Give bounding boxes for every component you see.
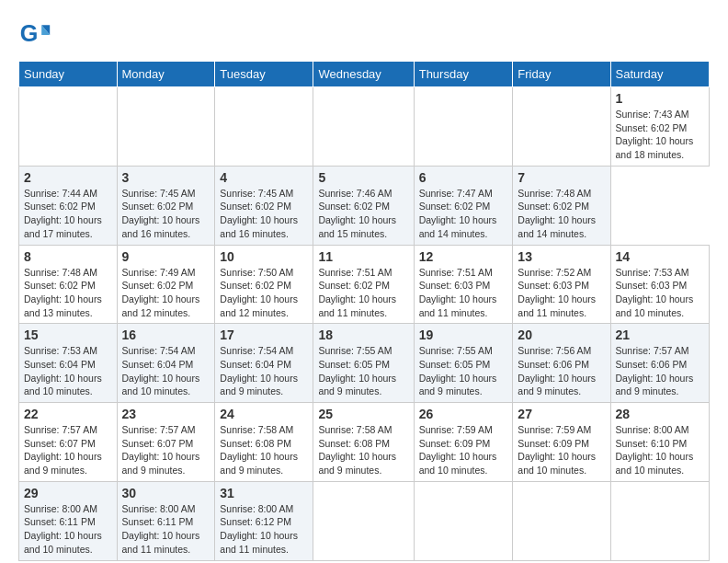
- day-info: Sunrise: 7:51 AMSunset: 6:02 PMDaylight:…: [318, 266, 408, 320]
- calendar-cell: 17Sunrise: 7:54 AMSunset: 6:04 PMDayligh…: [215, 324, 313, 403]
- day-number: 30: [122, 486, 210, 500]
- logo: G: [18, 18, 55, 52]
- day-info: Sunrise: 7:51 AMSunset: 6:03 PMDaylight:…: [419, 266, 508, 320]
- logo-icon: G: [18, 18, 51, 52]
- day-info: Sunrise: 8:00 AMSunset: 6:10 PMDaylight:…: [616, 423, 704, 477]
- calendar-week-row: 15Sunrise: 7:53 AMSunset: 6:04 PMDayligh…: [19, 324, 710, 403]
- day-number: 21: [616, 327, 704, 342]
- calendar-cell: [414, 87, 513, 167]
- day-number: 23: [122, 407, 210, 421]
- calendar-cell: 21Sunrise: 7:57 AMSunset: 6:06 PMDayligh…: [610, 324, 709, 403]
- header-wednesday: Wednesday: [313, 62, 414, 87]
- day-info: Sunrise: 7:58 AMSunset: 6:08 PMDaylight:…: [318, 423, 408, 477]
- day-info: Sunrise: 7:55 AMSunset: 6:05 PMDaylight:…: [419, 344, 508, 398]
- day-number: 10: [220, 249, 308, 264]
- day-info: Sunrise: 7:59 AMSunset: 6:09 PMDaylight:…: [419, 423, 508, 477]
- header-saturday: Saturday: [610, 62, 709, 87]
- day-info: Sunrise: 7:47 AMSunset: 6:02 PMDaylight:…: [419, 187, 508, 241]
- calendar-cell: 23Sunrise: 7:57 AMSunset: 6:07 PMDayligh…: [117, 403, 215, 482]
- day-info: Sunrise: 7:55 AMSunset: 6:05 PMDaylight:…: [318, 344, 408, 398]
- day-info: Sunrise: 7:58 AMSunset: 6:08 PMDaylight:…: [220, 423, 308, 477]
- day-info: Sunrise: 7:53 AMSunset: 6:04 PMDaylight:…: [24, 344, 112, 398]
- day-number: 29: [24, 486, 112, 500]
- calendar-week-row: 1Sunrise: 7:43 AMSunset: 6:02 PMDaylight…: [19, 87, 710, 167]
- calendar-cell: [610, 481, 709, 560]
- day-info: Sunrise: 7:59 AMSunset: 6:09 PMDaylight:…: [518, 423, 605, 477]
- calendar-cell: 4Sunrise: 7:45 AMSunset: 6:02 PMDaylight…: [215, 166, 313, 245]
- day-info: Sunrise: 7:50 AMSunset: 6:02 PMDaylight:…: [220, 266, 308, 320]
- day-info: Sunrise: 7:53 AMSunset: 6:03 PMDaylight:…: [616, 266, 704, 320]
- day-info: Sunrise: 7:48 AMSunset: 6:02 PMDaylight:…: [24, 266, 112, 320]
- calendar-cell: 15Sunrise: 7:53 AMSunset: 6:04 PMDayligh…: [19, 324, 118, 403]
- day-number: 1: [616, 91, 704, 106]
- calendar-cell: 12Sunrise: 7:51 AMSunset: 6:03 PMDayligh…: [414, 245, 513, 324]
- day-info: Sunrise: 8:00 AMSunset: 6:12 PMDaylight:…: [220, 502, 308, 557]
- day-number: 2: [24, 170, 112, 185]
- day-number: 19: [419, 327, 508, 342]
- calendar-cell: 19Sunrise: 7:55 AMSunset: 6:05 PMDayligh…: [414, 324, 513, 403]
- calendar-cell: 10Sunrise: 7:50 AMSunset: 6:02 PMDayligh…: [215, 245, 313, 324]
- day-info: Sunrise: 8:00 AMSunset: 6:11 PMDaylight:…: [24, 502, 112, 557]
- calendar-header-row: SundayMondayTuesdayWednesdayThursdayFrid…: [19, 62, 710, 87]
- day-info: Sunrise: 7:49 AMSunset: 6:02 PMDaylight:…: [122, 266, 210, 320]
- calendar-cell: 5Sunrise: 7:46 AMSunset: 6:02 PMDaylight…: [313, 166, 414, 245]
- calendar-cell: 28Sunrise: 8:00 AMSunset: 6:10 PMDayligh…: [610, 403, 709, 482]
- calendar-cell: 22Sunrise: 7:57 AMSunset: 6:07 PMDayligh…: [19, 403, 118, 482]
- day-info: Sunrise: 7:56 AMSunset: 6:06 PMDaylight:…: [518, 344, 605, 398]
- day-number: 31: [220, 486, 308, 500]
- day-info: Sunrise: 7:45 AMSunset: 6:02 PMDaylight:…: [122, 187, 210, 241]
- day-info: Sunrise: 7:46 AMSunset: 6:02 PMDaylight:…: [318, 187, 408, 241]
- day-info: Sunrise: 7:43 AMSunset: 6:02 PMDaylight:…: [616, 108, 704, 162]
- day-info: Sunrise: 7:54 AMSunset: 6:04 PMDaylight:…: [122, 344, 210, 398]
- day-number: 26: [419, 407, 508, 421]
- calendar-cell: [313, 87, 414, 167]
- day-number: 15: [24, 327, 112, 342]
- calendar-cell: 11Sunrise: 7:51 AMSunset: 6:02 PMDayligh…: [313, 245, 414, 324]
- calendar-cell: 7Sunrise: 7:48 AMSunset: 6:02 PMDaylight…: [513, 166, 610, 245]
- header-monday: Monday: [117, 62, 215, 87]
- calendar-cell: 8Sunrise: 7:48 AMSunset: 6:02 PMDaylight…: [19, 245, 118, 324]
- day-number: 5: [318, 170, 408, 185]
- day-info: Sunrise: 7:52 AMSunset: 6:03 PMDaylight:…: [518, 266, 605, 320]
- calendar-cell: 2Sunrise: 7:44 AMSunset: 6:02 PMDaylight…: [19, 166, 118, 245]
- calendar-cell: 3Sunrise: 7:45 AMSunset: 6:02 PMDaylight…: [117, 166, 215, 245]
- day-number: 18: [318, 327, 408, 342]
- calendar-cell: 27Sunrise: 7:59 AMSunset: 6:09 PMDayligh…: [513, 403, 610, 482]
- header-friday: Friday: [513, 62, 610, 87]
- day-number: 9: [122, 249, 210, 264]
- day-number: 17: [220, 327, 308, 342]
- day-number: 22: [24, 407, 112, 421]
- day-number: 28: [616, 407, 704, 421]
- calendar-cell: [513, 87, 610, 167]
- calendar-cell: 6Sunrise: 7:47 AMSunset: 6:02 PMDaylight…: [414, 166, 513, 245]
- day-number: 11: [318, 249, 408, 264]
- day-number: 7: [518, 170, 605, 185]
- day-number: 3: [122, 170, 210, 185]
- day-info: Sunrise: 7:57 AMSunset: 6:07 PMDaylight:…: [24, 423, 112, 477]
- day-number: 14: [616, 249, 704, 264]
- calendar-cell: 30Sunrise: 8:00 AMSunset: 6:11 PMDayligh…: [117, 481, 215, 560]
- day-number: 12: [419, 249, 508, 264]
- calendar-cell: 29Sunrise: 8:00 AMSunset: 6:11 PMDayligh…: [19, 481, 118, 560]
- calendar-cell: [117, 87, 215, 167]
- day-info: Sunrise: 7:54 AMSunset: 6:04 PMDaylight:…: [220, 344, 308, 398]
- calendar-cell: 31Sunrise: 8:00 AMSunset: 6:12 PMDayligh…: [215, 481, 313, 560]
- svg-text:G: G: [20, 20, 39, 46]
- calendar-cell: 13Sunrise: 7:52 AMSunset: 6:03 PMDayligh…: [513, 245, 610, 324]
- calendar-week-row: 29Sunrise: 8:00 AMSunset: 6:11 PMDayligh…: [19, 481, 710, 560]
- calendar-week-row: 8Sunrise: 7:48 AMSunset: 6:02 PMDaylight…: [19, 245, 710, 324]
- calendar-week-row: 2Sunrise: 7:44 AMSunset: 6:02 PMDaylight…: [19, 166, 710, 245]
- header-sunday: Sunday: [19, 62, 118, 87]
- calendar-cell: [19, 87, 118, 167]
- header-tuesday: Tuesday: [215, 62, 313, 87]
- day-number: 27: [518, 407, 605, 421]
- calendar-cell: 9Sunrise: 7:49 AMSunset: 6:02 PMDaylight…: [117, 245, 215, 324]
- day-info: Sunrise: 8:00 AMSunset: 6:11 PMDaylight:…: [122, 502, 210, 557]
- calendar-week-row: 22Sunrise: 7:57 AMSunset: 6:07 PMDayligh…: [19, 403, 710, 482]
- day-info: Sunrise: 7:45 AMSunset: 6:02 PMDaylight:…: [220, 187, 308, 241]
- calendar-cell: [513, 481, 610, 560]
- calendar-cell: 18Sunrise: 7:55 AMSunset: 6:05 PMDayligh…: [313, 324, 414, 403]
- calendar-cell: 1Sunrise: 7:43 AMSunset: 6:02 PMDaylight…: [610, 87, 709, 167]
- day-info: Sunrise: 7:57 AMSunset: 6:07 PMDaylight:…: [122, 423, 210, 477]
- page-header: G: [18, 18, 710, 52]
